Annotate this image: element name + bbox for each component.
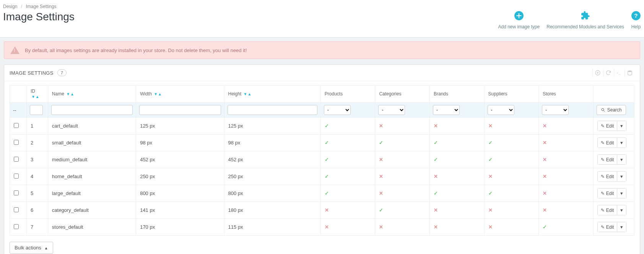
check-icon[interactable]: ✓	[434, 190, 438, 196]
row-checkbox[interactable]	[14, 157, 19, 162]
check-icon[interactable]: ✓	[488, 140, 493, 146]
check-icon[interactable]: ✓	[325, 140, 329, 146]
check-icon[interactable]: ✓	[325, 157, 329, 162]
search-button[interactable]: Search	[597, 105, 626, 115]
recommended-modules-button[interactable]: Recommended Modules and Services	[546, 11, 624, 29]
sort-width-desc[interactable]: ▼	[154, 92, 158, 96]
cell-height: 98 px	[224, 134, 320, 151]
check-icon[interactable]: ✓	[488, 157, 493, 162]
cross-icon[interactable]: ✕	[325, 207, 329, 213]
row-checkbox[interactable]	[14, 174, 19, 179]
cell-id: 1	[26, 118, 48, 134]
row-checkbox[interactable]	[14, 190, 19, 195]
sort-name-asc[interactable]: ▲	[70, 92, 74, 96]
add-new-image-type-button[interactable]: Add new image type	[498, 11, 540, 29]
sort-height-desc[interactable]: ▼	[244, 92, 247, 96]
cross-icon[interactable]: ✕	[379, 123, 383, 129]
cross-icon[interactable]: ✕	[488, 207, 493, 213]
check-icon[interactable]: ✓	[434, 140, 438, 146]
sort-id-asc[interactable]: ▲	[36, 95, 39, 99]
table-row[interactable]: 5large_default800 px800 px✓✕✓✓✕Edit▾	[10, 185, 634, 202]
table-row[interactable]: 6category_default141 px180 px✕✓✕✕✕Edit▾	[10, 202, 634, 219]
row-checkbox[interactable]	[14, 224, 19, 229]
cross-icon[interactable]: ✕	[434, 123, 438, 129]
help-button[interactable]: ? Help	[631, 11, 641, 29]
filter-products-select[interactable]: -	[324, 105, 351, 115]
cell-id: 6	[26, 202, 48, 219]
cross-icon[interactable]: ✕	[379, 190, 383, 196]
sort-id-desc[interactable]: ▼	[31, 95, 35, 99]
modules-label: Recommended Modules and Services	[546, 24, 624, 29]
row-checkbox[interactable]	[14, 123, 19, 128]
cross-icon[interactable]: ✕	[379, 157, 383, 162]
edit-dropdown-toggle[interactable]: ▾	[617, 205, 626, 215]
edit-dropdown-toggle[interactable]: ▾	[617, 188, 626, 198]
filter-suppliers-select[interactable]: -	[488, 105, 514, 115]
edit-button[interactable]: Edit	[598, 222, 617, 232]
table-row[interactable]: 7stores_default170 px115 px✕✕✕✕✓Edit▾	[10, 219, 634, 236]
filter-height-input[interactable]	[228, 105, 317, 115]
edit-dropdown-toggle[interactable]: ▾	[617, 155, 626, 164]
bulk-actions-button[interactable]: Bulk actions ▲	[10, 242, 53, 254]
cross-icon[interactable]: ✕	[434, 224, 438, 230]
panel-add-icon[interactable]	[592, 69, 602, 77]
edit-button[interactable]: Edit	[598, 188, 617, 198]
row-checkbox[interactable]	[14, 207, 19, 212]
edit-dropdown-toggle[interactable]: ▾	[617, 172, 626, 181]
table-row[interactable]: 3medium_default452 px452 px✓✕✓✓✕Edit▾	[10, 151, 634, 168]
check-icon[interactable]: ✓	[325, 174, 329, 179]
cross-icon[interactable]: ✕	[543, 140, 547, 146]
svg-line-11	[603, 111, 605, 112]
edit-dropdown-toggle[interactable]: ▾	[617, 121, 626, 131]
cross-icon[interactable]: ✕	[488, 123, 493, 129]
check-icon[interactable]: ✓	[325, 190, 329, 196]
sort-name-desc[interactable]: ▼	[66, 92, 70, 96]
cross-icon[interactable]: ✕	[325, 224, 329, 230]
edit-dropdown-toggle[interactable]: ▾	[617, 222, 626, 232]
cross-icon[interactable]: ✕	[379, 174, 383, 179]
sort-height-asc[interactable]: ▲	[247, 92, 251, 96]
cross-icon[interactable]: ✕	[488, 174, 493, 179]
edit-button[interactable]: Edit	[598, 155, 617, 164]
edit-button[interactable]: Edit	[598, 121, 617, 131]
check-icon[interactable]: ✓	[434, 157, 438, 162]
row-checkbox[interactable]	[14, 140, 19, 145]
edit-button[interactable]: Edit	[598, 172, 617, 181]
cross-icon[interactable]: ✕	[434, 207, 438, 213]
cross-icon[interactable]: ✕	[488, 224, 493, 230]
cross-icon[interactable]: ✕	[543, 174, 547, 179]
breadcrumb-parent[interactable]: Design	[3, 4, 17, 9]
cross-icon[interactable]: ✕	[379, 224, 383, 230]
filter-id-input[interactable]	[30, 105, 43, 115]
filter-brands-select[interactable]: -	[433, 105, 460, 115]
cross-icon[interactable]: ✕	[543, 157, 547, 162]
check-icon[interactable]: ✓	[379, 207, 383, 213]
edit-button[interactable]: Edit	[598, 205, 617, 215]
col-products-label: Products	[325, 91, 343, 97]
cross-icon[interactable]: ✕	[543, 207, 547, 213]
filter-categories-select[interactable]: -	[378, 105, 405, 115]
filter-dash: --	[10, 103, 27, 118]
check-icon[interactable]: ✓	[488, 190, 493, 196]
cross-icon[interactable]: ✕	[543, 190, 547, 196]
table-row[interactable]: 4home_default250 px250 px✓✕✕✕✕Edit▾	[10, 168, 634, 185]
cell-width: 800 px	[136, 185, 224, 202]
cell-suppliers: ✕	[484, 219, 539, 236]
edit-dropdown-toggle[interactable]: ▾	[617, 138, 626, 147]
table-row[interactable]: 1cart_default125 px125 px✓✕✕✕✕Edit▾	[10, 118, 634, 134]
filter-stores-select[interactable]: -	[542, 105, 569, 115]
cross-icon[interactable]: ✕	[434, 174, 438, 179]
filter-width-input[interactable]	[139, 105, 221, 115]
panel-refresh-icon[interactable]	[603, 69, 613, 77]
check-icon[interactable]: ✓	[379, 140, 383, 146]
edit-button[interactable]: Edit	[598, 138, 617, 147]
check-icon[interactable]: ✓	[325, 123, 329, 129]
svg-text:?: ?	[634, 12, 637, 19]
sort-width-asc[interactable]: ▲	[158, 92, 162, 96]
table-row[interactable]: 2small_default98 px98 px✓✓✓✓✕Edit▾	[10, 134, 634, 151]
panel-sql-icon[interactable]: >_	[614, 69, 624, 77]
panel-export-icon[interactable]	[624, 69, 634, 77]
check-icon[interactable]: ✓	[543, 224, 547, 230]
cross-icon[interactable]: ✕	[543, 123, 547, 129]
filter-name-input[interactable]	[51, 105, 133, 115]
